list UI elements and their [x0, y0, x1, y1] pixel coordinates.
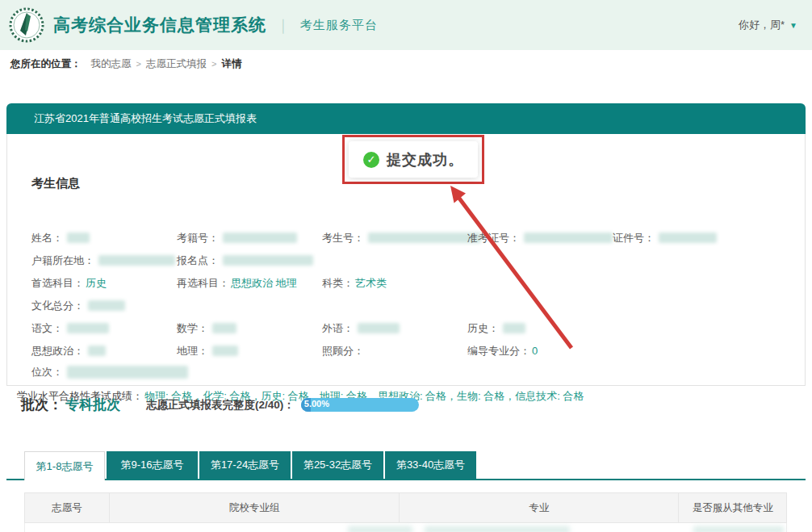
title-separator: ｜ [276, 15, 291, 35]
table-row [24, 523, 787, 532]
redacted-value [223, 255, 313, 266]
user-menu[interactable]: 你好，周* ▼ [739, 18, 797, 32]
app-header: 高考综合业务信息管理系统 ｜ 考生服务平台 你好，周* ▼ [0, 0, 812, 50]
progress-percent: 5.00% [304, 399, 329, 408]
tab-volunteer-1[interactable]: 第1-8志愿号 [24, 451, 105, 480]
info-field-label: 语文： [31, 322, 63, 334]
app-title: 高考综合业务信息管理系统 [53, 14, 266, 36]
info-field-label: 户籍所在地： [31, 254, 94, 266]
info-field-first-subject: 首选科目：历史 [31, 274, 107, 292]
table-column-header: 专业 [400, 493, 679, 522]
info-field-label: 科类： [322, 277, 354, 289]
info-field-label: 报名点： [177, 254, 219, 266]
success-check-icon: ✓ [363, 152, 379, 168]
info-field-value: 思想政治 地理 [231, 277, 297, 289]
info-field-politics-score: 思想政治： [31, 342, 106, 360]
info-field-re-subjects: 再选科目：思想政治 地理 [177, 274, 297, 292]
info-field-category: 科类：艺术类 [322, 274, 387, 292]
breadcrumb-separator: > [211, 59, 216, 69]
annotation-red-box: ✓ 提交成功。 [342, 135, 484, 184]
redacted-value [67, 366, 188, 379]
info-field-label: 准考证号： [467, 232, 520, 244]
breadcrumb-separator: > [136, 59, 141, 69]
info-field-math: 数学： [177, 320, 236, 337]
info-field-culture-total: 文化总分： [31, 297, 125, 315]
redacted-value [88, 346, 106, 356]
redacted-value [67, 323, 109, 333]
info-field-value: 0 [532, 345, 538, 357]
redacted-cell-value [348, 526, 412, 532]
redacted-value [503, 323, 525, 333]
success-toast-text: 提交成功。 [387, 150, 463, 170]
redacted-cell-value [693, 526, 784, 532]
breadcrumb-item-detail: 详情 [221, 57, 241, 71]
info-row: 姓名：考籍号：考生号：准考证号：证件号： [7, 229, 805, 247]
info-row: 位次： [7, 363, 805, 381]
info-row: 文化总分： [7, 297, 805, 315]
redacted-value [67, 232, 90, 243]
info-field-geography-score: 地理： [177, 342, 238, 360]
info-field-label: 文化总分： [31, 300, 84, 312]
info-row: 思想政治：地理：照顾分：编导专业分：0 [7, 342, 805, 360]
info-field-biandao-major-score: 编导专业分：0 [467, 342, 538, 360]
table-column-header: 是否服从其他专业 [679, 493, 786, 522]
info-field-label: 历史： [467, 322, 499, 334]
tab-volunteer-5[interactable]: 第33-40志愿号 [385, 451, 476, 479]
redacted-cell-value [425, 526, 570, 532]
redacted-value [212, 323, 236, 333]
volunteer-table: 志愿号院校专业组专业是否服从其他专业 [24, 492, 787, 532]
info-row: 首选科目：历史再选科目：思想政治 地理科类：艺术类 [7, 274, 805, 292]
redacted-value [524, 232, 613, 243]
completeness-progress-bar: 5.00% [301, 398, 419, 412]
redacted-value [368, 232, 481, 243]
info-field-label: 编导专业分： [467, 345, 530, 357]
info-field-name: 姓名： [31, 229, 90, 247]
info-field-registration-point: 报名点： [177, 252, 313, 270]
caret-down-icon: ▼ [789, 21, 797, 30]
table-header-row: 志愿号院校专业组专业是否服从其他专业 [24, 492, 787, 523]
info-field-label: 思想政治： [31, 345, 84, 357]
tab-volunteer-3[interactable]: 第17-24志愿号 [199, 451, 291, 479]
breadcrumb-prefix: 您所在的位置： [10, 57, 82, 71]
batch-row: 批次： 专科批次 志愿正式填报表完整度(2/40)： 5.00% [21, 396, 419, 414]
info-field-history-score: 历史： [467, 320, 525, 337]
info-field-label: 照顾分： [322, 345, 364, 357]
info-field-label: 姓名： [31, 232, 63, 244]
volunteer-tabs: 第1-8志愿号第9-16志愿号第17-24志愿号第25-32志愿号第33-40志… [24, 451, 478, 480]
panel-title: 江苏省2021年普通高校招生考试志愿正式填报表 [34, 111, 257, 126]
breadcrumb-item-formal-filling[interactable]: 志愿正式填报 [146, 57, 207, 71]
info-field-label: 考生号： [322, 232, 364, 244]
info-field-label: 再选科目： [177, 277, 229, 289]
breadcrumb: 您所在的位置： 我的志愿 > 志愿正式填报 > 详情 [0, 50, 812, 77]
info-field-candidate-no: 考生号： [322, 229, 481, 247]
info-field-household-location: 户籍所在地： [31, 252, 175, 270]
panel-header: 江苏省2021年普通高校招生考试志愿正式填报表 [6, 103, 806, 134]
success-toast: ✓ 提交成功。 [349, 141, 478, 178]
tab-volunteer-2[interactable]: 第9-16志愿号 [107, 451, 198, 479]
user-greeting: 你好，周* [739, 18, 785, 32]
info-field-care-score: 照顾分： [322, 342, 366, 360]
info-field-label: 考籍号： [177, 232, 219, 244]
info-field-value: 艺术类 [355, 277, 387, 289]
info-field-label: 数学： [177, 322, 208, 334]
redacted-value [212, 346, 238, 356]
table-column-header: 志愿号 [25, 493, 110, 522]
info-field-admission-ticket-no: 准考证号： [467, 229, 613, 247]
candidate-info-title: 考生信息 [31, 176, 80, 191]
info-field-foreign-language: 外语： [322, 320, 400, 337]
batch-value: 专科批次 [65, 396, 120, 414]
info-field-chinese: 语文： [31, 320, 109, 337]
redacted-value [88, 300, 125, 311]
app-subtitle: 考生服务平台 [300, 18, 378, 33]
app-logo-seal-icon [8, 6, 45, 44]
breadcrumb-item-my-volunteer[interactable]: 我的志愿 [91, 57, 132, 71]
tab-volunteer-4[interactable]: 第25-32志愿号 [292, 451, 383, 479]
info-field-rank: 位次： [31, 363, 188, 381]
info-row: 语文：数学：外语：历史： [7, 320, 805, 337]
batch-label: 批次： [21, 396, 62, 414]
info-row: 户籍所在地：报名点： [7, 252, 805, 270]
completeness-label: 志愿正式填报表完整度(2/40)： [146, 398, 295, 413]
redacted-value [358, 323, 400, 333]
info-field-label: 外语： [322, 322, 354, 334]
info-field-label: 证件号： [613, 232, 655, 244]
